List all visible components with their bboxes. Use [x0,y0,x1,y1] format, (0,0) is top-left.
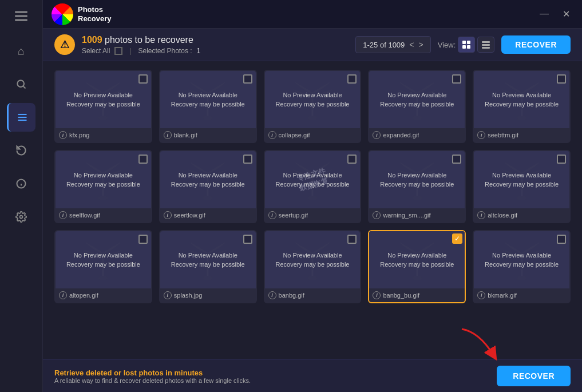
photo-card[interactable]: No Preview AvailableRecovery may be poss… [368,150,466,223]
info-icon[interactable]: i [164,291,172,299]
selected-count: 1 [197,47,201,55]
svg-point-16 [98,116,108,120]
svg-rect-15 [482,47,490,49]
card-checkbox[interactable] [347,235,357,244]
info-icon[interactable]: i [59,291,67,299]
photo-card[interactable]: No Preview AvailableRecovery may be poss… [54,150,152,223]
info-icon[interactable]: i [59,131,67,139]
card-checkbox[interactable] [452,155,461,164]
photo-info: i warning_sm....gif [369,208,465,222]
window-controls: — ✕ [536,7,573,21]
photo-card[interactable]: No Preview AvailableRecovery may be poss… [368,70,466,143]
photo-card[interactable]: No Preview AvailableRecovery may be poss… [264,230,362,303]
card-checkbox[interactable] [138,235,148,244]
footer-recover-button[interactable]: RECOVER [497,366,571,386]
next-page-button[interactable]: > [419,40,423,49]
info-icon[interactable]: i [477,291,485,299]
card-checkbox[interactable] [452,74,461,84]
photo-info: i seertlow.gif [160,208,256,222]
file-name: blank.gif [174,132,197,138]
card-checkbox[interactable] [557,235,566,244]
no-preview-text: No Preview AvailableRecovery may be poss… [169,168,247,192]
list-view-button[interactable] [477,37,494,53]
svg-point-26 [98,276,108,280]
photo-card[interactable]: No Preview AvailableRecovery may be poss… [159,230,257,303]
title-bar: Photos Recovery — ✕ [43,0,582,29]
sidebar-item-restore[interactable] [7,136,35,165]
info-icon[interactable]: i [59,211,67,219]
photo-thumbnail: No Preview AvailableRecovery may be poss… [56,151,151,208]
photo-card[interactable]: No Preview AvailableRecovery may be poss… [473,150,571,223]
photo-card[interactable]: No Preview AvailableRecovery may be poss… [159,150,257,223]
card-checkbox[interactable] [347,74,357,84]
photo-card[interactable]: No Preview AvailableRecovery may be poss… [264,70,362,143]
card-checkbox[interactable] [347,155,357,164]
no-preview-text: No Preview AvailableRecovery may be poss… [169,88,247,112]
header-recover-button[interactable]: RECOVER [501,35,571,54]
prev-page-button[interactable]: < [409,40,414,49]
photo-thumbnail: No Preview AvailableRecovery may be poss… [474,151,569,208]
sidebar-item-search[interactable] [7,70,35,98]
card-checkbox[interactable] [243,155,252,164]
photo-card[interactable]: No Preview AvailableRecovery may be poss… [159,70,257,143]
no-preview-text: No Preview AvailableRecovery may be poss… [273,88,351,112]
header-subtitle: Select All | Selected Photos : 1 [82,47,200,55]
svg-point-20 [517,116,526,120]
file-name: warning_sm....gif [383,212,430,219]
header: ⚠ 1009 photos to be recovere Select All … [43,29,582,61]
info-icon[interactable]: i [477,211,485,219]
sidebar-item-home[interactable]: ⌂ [7,37,35,65]
svg-point-22 [203,196,212,200]
minimize-button[interactable]: — [536,7,552,21]
photo-info: i seebttm.gif [474,128,569,142]
photo-card[interactable]: No Preview AvailableRecovery may be poss… [54,230,152,303]
info-icon[interactable]: i [477,131,485,139]
photo-thumbnail: No Preview AvailableRecovery may be poss… [160,231,256,288]
no-preview-text: No Preview AvailableRecovery may be poss… [169,248,247,272]
card-checkbox[interactable] [243,74,252,84]
photo-card[interactable]: No Preview AvailableRecovery may be poss… [264,150,362,223]
sidebar-item-list[interactable] [7,103,35,132]
photo-card[interactable]: No Preview AvailableRecovery may be poss… [368,230,466,303]
no-preview-text: No Preview AvailableRecovery may be poss… [64,248,142,272]
card-checkbox[interactable] [557,155,566,164]
info-icon[interactable]: i [373,291,381,299]
header-info: 1009 photos to be recovere Select All | … [82,35,200,55]
card-checkbox[interactable] [138,155,148,164]
info-icon[interactable]: i [164,131,172,139]
close-button[interactable]: ✕ [559,7,573,21]
photo-info: i altclose.gif [474,208,569,222]
sidebar-item-info[interactable] [7,169,35,198]
photo-card[interactable]: No Preview AvailableRecovery may be poss… [54,70,152,143]
photo-count: 1009 [82,35,102,45]
page-range: 1-25 of 1009 [363,41,405,49]
info-icon[interactable]: i [268,291,276,299]
photo-thumbnail: No Preview AvailableRecovery may be poss… [265,151,361,208]
grid-view-button[interactable] [458,37,475,53]
svg-point-27 [203,276,212,280]
info-icon[interactable]: i [164,211,172,219]
card-checkbox[interactable] [557,74,566,84]
info-icon[interactable]: i [268,131,276,139]
menu-button[interactable] [10,6,33,26]
photo-card[interactable]: No Preview AvailableRecovery may be poss… [473,230,571,303]
header-title: 1009 photos to be recovere [82,35,200,45]
no-preview-text: No Preview AvailableRecovery may be poss… [378,168,456,192]
warning-icon: ⚠ [54,34,75,55]
photo-thumbnail: No Preview AvailableRecovery may be poss… [369,71,465,128]
photo-thumbnail: No Preview AvailableRecovery may be poss… [265,231,361,288]
no-preview-text: No Preview AvailableRecovery may be poss… [273,168,351,192]
svg-point-0 [17,80,24,87]
info-icon[interactable]: i [268,211,276,219]
card-checkbox[interactable] [243,235,252,244]
info-icon[interactable]: i [373,211,381,219]
card-checkbox[interactable] [138,74,148,84]
no-preview-text: No Preview AvailableRecovery may be poss… [482,88,561,112]
svg-rect-11 [462,45,466,49]
info-icon[interactable]: i [373,131,381,139]
file-name: expanded.gif [383,132,419,138]
file-name: banbg.gif [279,292,304,299]
photo-card[interactable]: No Preview AvailableRecovery may be poss… [473,70,571,143]
sidebar-item-settings[interactable] [7,203,35,231]
select-all-checkbox[interactable] [114,47,122,55]
